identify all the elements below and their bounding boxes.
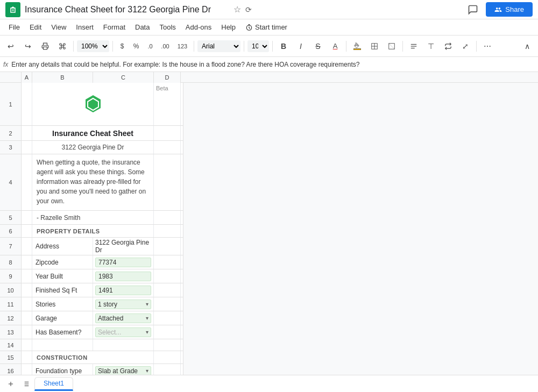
foundation-select[interactable]: Slab at Grade ▾: [95, 366, 151, 375]
basement-select[interactable]: Select... ▾: [95, 327, 151, 337]
cell-c12[interactable]: Attached ▾: [93, 311, 154, 325]
cell-a3: [22, 141, 32, 154]
cell-c11[interactable]: 1 story ▾: [93, 297, 154, 311]
italic-button[interactable]: I: [293, 39, 308, 54]
year-built-input[interactable]: 1983: [95, 272, 151, 281]
stories-dropdown-arrow: ▾: [146, 301, 148, 307]
stories-select[interactable]: 1 story ▾: [95, 300, 151, 309]
row-num-6: 6: [0, 225, 22, 238]
description-text: When getting a quote, the insurance agen…: [37, 158, 149, 206]
cell-b12: Garage: [32, 311, 93, 325]
table-row: 13 Has Basement? Select... ▾: [0, 325, 183, 339]
cell-d2: [154, 126, 181, 140]
menu-help[interactable]: Help: [217, 21, 240, 33]
cell-a4: [22, 154, 32, 210]
undo-button[interactable]: ↩: [3, 39, 18, 54]
history-icon[interactable]: ⟳: [245, 5, 252, 14]
cell-b9: Year Built: [32, 269, 93, 283]
cell-bc1: [32, 83, 154, 125]
more-button[interactable]: ⋯: [480, 39, 495, 54]
menu-file[interactable]: File: [4, 21, 24, 33]
row-num-9: 9: [0, 269, 22, 283]
sheet-tabs-bar: Sheet1: [0, 375, 538, 392]
share-button[interactable]: Share: [486, 2, 533, 17]
rotate-button[interactable]: ⤢: [458, 39, 473, 54]
decimal-decrease-button[interactable]: .0: [144, 39, 156, 54]
cell-a12: [22, 311, 32, 325]
borders-button[interactable]: [367, 39, 382, 54]
sheet-tab-sheet1[interactable]: Sheet1: [34, 377, 73, 391]
menu-addons[interactable]: Add-ons: [181, 21, 216, 33]
opendoor-logo: [82, 93, 104, 116]
paintformat-button[interactable]: [55, 39, 70, 54]
col-header-b[interactable]: B: [32, 72, 93, 83]
star-icon[interactable]: ☆: [233, 4, 241, 15]
cell-d10: [154, 283, 181, 297]
cell-d3: [154, 141, 181, 154]
cell-bc4: When getting a quote, the insurance agen…: [32, 154, 154, 210]
zoom-select[interactable]: 100% 75% 125%: [77, 40, 109, 52]
table-row: 15 CONSTRUCTION: [0, 351, 183, 364]
halign-button[interactable]: [406, 39, 421, 54]
font-color-button[interactable]: A: [328, 39, 343, 54]
sheet-title: Insurance Cheat Sheet: [52, 129, 133, 138]
wrap-button[interactable]: [441, 39, 456, 54]
app-icon: [5, 2, 20, 17]
row-num-3: 3: [0, 141, 22, 154]
print-button[interactable]: [38, 39, 53, 54]
empty-right-panel: [183, 83, 538, 375]
font-select[interactable]: Arial: [197, 40, 240, 52]
cell-c9[interactable]: 1983: [93, 269, 154, 283]
svg-line-8: [389, 43, 395, 49]
cell-c16[interactable]: Slab at Grade ▾: [93, 364, 154, 375]
cell-c10[interactable]: 1491: [93, 283, 154, 297]
cell-a11: [22, 297, 32, 311]
col-header-d[interactable]: D: [154, 72, 181, 83]
cell-bc2: Insurance Cheat Sheet: [32, 126, 154, 140]
cell-c8[interactable]: 77374: [93, 255, 154, 269]
cell-d16: [154, 364, 181, 375]
strikethrough-button[interactable]: S: [310, 39, 325, 54]
sheets-list-button[interactable]: [19, 377, 32, 390]
menu-format[interactable]: Format: [99, 21, 130, 33]
cell-b10: Finished Sq Ft: [32, 283, 93, 297]
cell-a2: [22, 126, 32, 140]
row-num-7: 7: [0, 238, 22, 255]
collapse-button[interactable]: ∧: [520, 39, 535, 54]
merge-cells-button[interactable]: [384, 39, 399, 54]
decimal-increase-button[interactable]: .00: [158, 39, 172, 54]
col-header-c[interactable]: C: [93, 72, 154, 83]
table-row: 3 3122 Georgia Pine Dr: [0, 141, 183, 154]
chat-icon[interactable]: [464, 1, 482, 18]
format-number-button[interactable]: 123: [174, 39, 190, 54]
fill-color-button[interactable]: [350, 39, 365, 54]
menu-insert[interactable]: Insert: [72, 21, 98, 33]
timer-button[interactable]: Start timer: [241, 21, 292, 33]
cell-a10: [22, 283, 32, 297]
menu-edit[interactable]: Edit: [25, 21, 46, 33]
menu-view[interactable]: View: [47, 21, 70, 33]
font-size-select[interactable]: 10 11 12: [247, 40, 269, 52]
cell-d1: Beta: [154, 83, 181, 125]
redo-button[interactable]: ↪: [20, 39, 36, 54]
cell-c13[interactable]: Select... ▾: [93, 325, 154, 339]
cell-a8: [22, 255, 32, 269]
row-num-5: 5: [0, 211, 22, 225]
menu-data[interactable]: Data: [131, 21, 154, 33]
col-header-a[interactable]: A: [22, 72, 32, 83]
valign-button[interactable]: ⊤: [423, 39, 438, 54]
menu-tools[interactable]: Tools: [155, 21, 180, 33]
share-label: Share: [505, 5, 524, 13]
cell-bc3: 3122 Georgia Pine Dr: [32, 141, 154, 154]
zipcode-input[interactable]: 77374: [95, 258, 151, 267]
currency-button[interactable]: $: [116, 39, 128, 54]
add-sheet-button[interactable]: [4, 377, 17, 390]
garage-select[interactable]: Attached ▾: [95, 313, 151, 323]
cell-d6: [154, 225, 181, 237]
cell-d11: [154, 297, 181, 311]
cell-d14: [154, 339, 181, 351]
percent-button[interactable]: %: [130, 39, 142, 54]
timer-label: Start timer: [255, 23, 287, 31]
sqft-input[interactable]: 1491: [95, 286, 151, 295]
bold-button[interactable]: B: [276, 39, 291, 54]
